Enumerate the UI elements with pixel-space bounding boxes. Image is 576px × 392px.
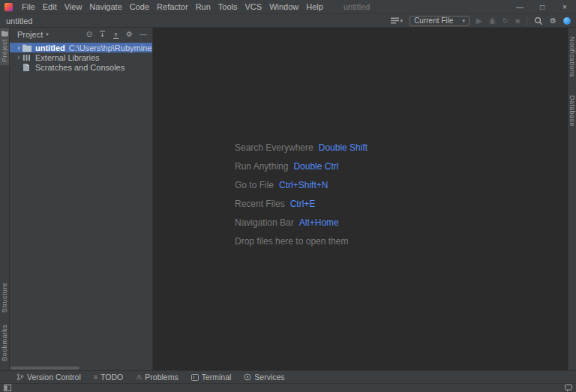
- toolwindow-tab-label: Project: [1, 39, 8, 62]
- hint-search-everywhere: Search Everywhere Double Shift: [235, 138, 368, 157]
- hint-label: Navigation Bar: [235, 217, 294, 228]
- run-with-coverage-button[interactable]: ↻: [502, 17, 508, 25]
- hint-go-to-file: Go to File Ctrl+Shift+N: [235, 175, 368, 194]
- services-icon: [244, 373, 251, 381]
- toolwindow-tab-label: TODO: [100, 373, 123, 382]
- main-toolbar: untitled ▾ Current File ▾ ▶ ↻ ■ ⚙: [0, 14, 576, 28]
- panel-title: Project: [17, 30, 43, 39]
- locate-icon[interactable]: ⊙: [86, 31, 92, 38]
- todo-icon: ≡: [94, 374, 98, 381]
- statusbar: [0, 383, 576, 392]
- toolwindow-tab-project[interactable]: Project: [0, 28, 9, 65]
- problems-icon: ⚠: [136, 374, 142, 381]
- breadcrumb-project[interactable]: untitled: [6, 16, 32, 25]
- settings-gear-icon[interactable]: ⚙: [550, 17, 556, 25]
- tree-item-external-libraries[interactable]: › External Libraries: [10, 52, 152, 62]
- hint-drop-files: Drop files here to open them: [235, 232, 368, 250]
- menu-navigate[interactable]: Navigate: [86, 1, 125, 13]
- menu-vcs[interactable]: VCS: [242, 1, 266, 13]
- hint-shortcut: Double Shift: [319, 142, 368, 153]
- folder-icon: [22, 43, 32, 52]
- menu-refactor[interactable]: Refactor: [153, 1, 192, 13]
- project-toolwindow-icon: [2, 31, 8, 37]
- menubar: File Edit View Navigate Code Refactor Ru…: [18, 1, 327, 13]
- toolwindow-tab-label: Database: [568, 95, 576, 127]
- toolwindow-tab-notifications[interactable]: Notifications: [568, 34, 576, 80]
- window-controls: — □ ×: [508, 0, 576, 13]
- menu-code[interactable]: Code: [126, 1, 153, 13]
- left-stripe-top: Project: [0, 28, 9, 65]
- scrollbar-thumb[interactable]: [10, 367, 80, 370]
- hide-panel-icon[interactable]: —: [140, 31, 147, 38]
- debug-button[interactable]: [489, 17, 496, 25]
- menu-file[interactable]: File: [18, 1, 39, 13]
- project-tree: › untitled C:\Users\hp\RubymineProjects\…: [10, 41, 152, 72]
- tree-item-scratches[interactable]: Scratches and Consoles: [10, 62, 152, 72]
- bottom-toolwindow-bar: Version Control ≡ TODO ⚠ Problems Termin…: [0, 370, 576, 383]
- chevron-down-icon: ▾: [462, 18, 465, 24]
- expand-all-icon[interactable]: [99, 31, 106, 39]
- panel-settings-icon[interactable]: ⚙: [126, 31, 133, 38]
- toolwindow-tab-label: Terminal: [202, 373, 232, 382]
- toolwindow-tab-bookmarks[interactable]: Bookmarks: [0, 322, 9, 364]
- hint-recent-files: Recent Files Ctrl+E: [235, 194, 368, 213]
- hint-label: Recent Files: [235, 199, 285, 209]
- toolbar-right-group: ▾ Current File ▾ ▶ ↻ ■ ⚙: [391, 16, 571, 26]
- collapse-all-icon[interactable]: [112, 31, 119, 39]
- hint-navigation-bar: Navigation Bar Alt+Home: [235, 213, 368, 232]
- run-button[interactable]: ▶: [476, 17, 482, 25]
- chevron-right-icon[interactable]: ›: [15, 54, 22, 61]
- chevron-right-icon[interactable]: ›: [15, 44, 22, 52]
- editor-area[interactable]: Search Everywhere Double Shift Run Anyth…: [153, 28, 568, 370]
- close-button[interactable]: ×: [554, 0, 576, 13]
- hint-label: Drop files here to open them: [235, 236, 348, 247]
- project-horizontal-scrollbar[interactable]: [10, 367, 152, 370]
- window-title: untitled: [344, 2, 370, 11]
- hint-label: Run Anything: [235, 161, 288, 172]
- tree-item-label: External Libraries: [35, 53, 100, 62]
- rubymine-window: File Edit View Navigate Code Refactor Ru…: [0, 0, 576, 392]
- menu-view[interactable]: View: [61, 1, 86, 13]
- run-config-select[interactable]: Current File ▾: [410, 16, 470, 26]
- toolwindow-tab-database[interactable]: Database: [568, 92, 576, 130]
- maximize-button[interactable]: □: [531, 0, 554, 13]
- menu-tools[interactable]: Tools: [214, 1, 242, 13]
- toolwindow-tab-terminal[interactable]: Terminal: [191, 373, 232, 382]
- scratches-icon: [22, 63, 32, 71]
- project-view-dropdown[interactable]: Project ▾: [17, 30, 49, 39]
- menu-edit[interactable]: Edit: [39, 1, 61, 13]
- toolwindow-tab-label: Bookmarks: [1, 325, 8, 361]
- run-configurations-icon[interactable]: ▾: [391, 17, 404, 24]
- toolwindow-tab-todo[interactable]: ≡ TODO: [94, 373, 123, 382]
- minimize-button[interactable]: —: [508, 0, 531, 13]
- toolwindow-tab-label: Problems: [145, 373, 178, 382]
- toolwindow-toggle-icon[interactable]: [4, 385, 11, 391]
- project-panel-header: Project ▾ ⊙ ⚙ —: [10, 28, 152, 41]
- hint-shortcut: Alt+Home: [299, 217, 339, 228]
- search-everywhere-icon[interactable]: [534, 16, 543, 25]
- menu-run[interactable]: Run: [192, 1, 214, 13]
- terminal-icon: [191, 374, 199, 381]
- run-config-value: Current File: [414, 16, 453, 25]
- toolwindow-tab-label: Notifications: [568, 37, 576, 77]
- stop-button[interactable]: ■: [515, 17, 520, 25]
- hint-run-anything: Run Anything Double Ctrl: [235, 157, 368, 175]
- toolwindow-tab-version-control[interactable]: Version Control: [16, 373, 81, 382]
- hint-shortcut: Double Ctrl: [293, 161, 338, 172]
- main-area: Project Structure Bookmarks Project ▾: [0, 28, 576, 370]
- toolwindow-tab-label: Services: [254, 373, 284, 382]
- toolwindow-tab-label: Structure: [1, 283, 8, 313]
- toolwindow-tab-problems[interactable]: ⚠ Problems: [136, 373, 178, 382]
- hint-shortcut: Ctrl+E: [290, 199, 316, 209]
- titlebar: File Edit View Navigate Code Refactor Ru…: [0, 0, 576, 14]
- toolwindow-tab-services[interactable]: Services: [244, 373, 284, 382]
- ide-updates-icon[interactable]: [563, 17, 571, 25]
- toolwindow-tab-structure[interactable]: Structure: [0, 280, 9, 316]
- right-toolwindow-stripe: Notifications Database: [568, 28, 576, 370]
- rubymine-logo-icon: [4, 3, 13, 11]
- left-stripe-bottom: Structure Bookmarks: [0, 280, 9, 370]
- menu-help[interactable]: Help: [302, 1, 327, 13]
- event-log-icon[interactable]: [565, 385, 572, 392]
- menu-window[interactable]: Window: [266, 1, 302, 13]
- tree-item-project-root[interactable]: › untitled C:\Users\hp\RubymineProjects\…: [10, 43, 152, 52]
